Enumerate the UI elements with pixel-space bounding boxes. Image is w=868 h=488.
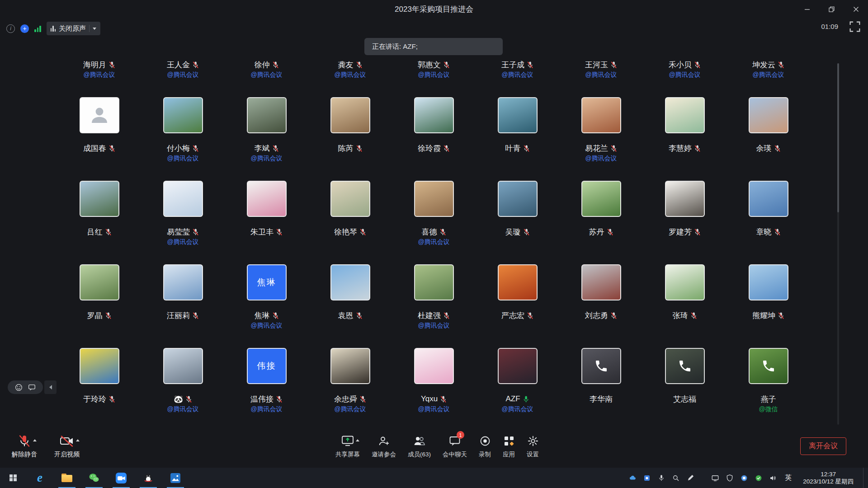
emoji-reaction-icon[interactable] <box>15 384 23 391</box>
security-shield-icon[interactable] <box>725 474 734 482</box>
unmute-button[interactable]: 解除静音 <box>12 434 37 459</box>
participant-tile[interactable]: 杜建强@腾讯会议 <box>392 264 476 348</box>
taskbar-photos-icon[interactable] <box>162 468 189 488</box>
taskbar-clock[interactable]: 12:37 2023/10/12 星期四 <box>799 471 857 485</box>
chevron-down-icon[interactable] <box>93 28 96 30</box>
participant-tile[interactable]: 成国春 <box>57 97 141 181</box>
camera-off-icon <box>60 434 74 448</box>
participant-tile[interactable]: 燕子@微信 <box>726 348 810 432</box>
taskbar-qq-icon[interactable] <box>135 468 162 488</box>
meeting-info-icon[interactable]: i <box>6 24 15 33</box>
restore-button[interactable] <box>819 0 844 18</box>
participant-tile[interactable]: 郭惠文@腾讯会议 <box>392 50 476 97</box>
participant-tile[interactable]: 王子成@腾讯会议 <box>476 50 559 97</box>
avatar-photo <box>749 264 788 300</box>
participant-tile[interactable]: 付小梅@腾讯会议 <box>141 97 225 181</box>
show-desktop-button[interactable] <box>863 468 867 488</box>
participant-tile[interactable]: 章晓 <box>726 181 810 264</box>
participant-tile[interactable]: 伟接温伟接@腾讯会议 <box>225 348 308 432</box>
tray-app-icon[interactable] <box>642 474 651 482</box>
participant-tile[interactable]: 海明月@腾讯会议 <box>57 50 141 97</box>
apps-icon <box>503 435 515 447</box>
participant-name: 余忠舜 <box>334 394 366 404</box>
input-language-indicator[interactable]: 英 <box>783 474 793 482</box>
participant-tile[interactable]: 刘志勇 <box>559 264 643 348</box>
participant-tile[interactable]: 龚友@腾讯会议 <box>308 50 392 97</box>
collapse-panel-button[interactable] <box>44 380 57 394</box>
participant-tile[interactable]: 张琦 <box>643 264 726 348</box>
participant-tile[interactable]: 陈芮 <box>308 97 392 181</box>
share-button[interactable]: 共享屏幕 <box>335 434 360 459</box>
original-sound-toggle[interactable]: 关闭原声 <box>47 22 101 35</box>
participant-tile[interactable]: 徐艳琴 <box>308 181 392 264</box>
mic-tray-icon[interactable] <box>657 474 665 482</box>
participant-tile[interactable]: 王河玉@腾讯会议 <box>559 50 643 97</box>
participant-tile[interactable]: 喜德@腾讯会议 <box>392 181 476 264</box>
participant-tile[interactable]: 李慧婷 <box>643 97 726 181</box>
participant-tile[interactable]: 易莹莹@腾讯会议 <box>141 181 225 264</box>
participant-tile[interactable]: 李华南 <box>559 348 643 432</box>
participant-tile[interactable]: 余忠舜@腾讯会议 <box>308 348 392 432</box>
volume-icon[interactable] <box>769 474 777 482</box>
participant-tile[interactable]: 熊耀坤 <box>726 264 810 348</box>
participant-tile[interactable]: 艾志福 <box>643 348 726 432</box>
taskbar-tencent-meeting-icon[interactable] <box>108 468 135 488</box>
participant-tile[interactable]: 罗建芳 <box>643 181 726 264</box>
avatar-photo <box>330 97 370 133</box>
participant-tile[interactable]: 余瑛 <box>726 97 810 181</box>
participant-tile[interactable]: 焦琳焦琳@腾讯会议 <box>225 264 308 348</box>
invite-button[interactable]: 邀请参会 <box>372 434 396 459</box>
start-video-button[interactable]: 开启视频 <box>54 434 80 459</box>
grid-scrollbar[interactable] <box>837 63 839 425</box>
taskbar-ie-icon[interactable]: e <box>26 468 53 488</box>
participant-name: 喜德 <box>422 227 446 237</box>
participant-tile[interactable]: 李斌@腾讯会议 <box>225 97 308 181</box>
taskbar-file-explorer-icon[interactable] <box>53 468 80 488</box>
chat-button[interactable]: 1会中聊天 <box>443 434 467 459</box>
participant-tile[interactable]: 易花兰@腾讯会议 <box>559 97 643 181</box>
onedrive-icon[interactable] <box>628 474 637 482</box>
pen-icon[interactable] <box>686 474 694 482</box>
share-options-caret[interactable] <box>356 439 359 441</box>
participant-tile[interactable]: 吕红 <box>57 181 141 264</box>
participant-tile[interactable]: 坤发云@腾讯会议 <box>726 50 810 97</box>
browser-icon[interactable] <box>740 474 748 482</box>
participant-tile[interactable]: 王人金@腾讯会议 <box>141 50 225 97</box>
members-button[interactable]: 成员(63) <box>408 434 431 459</box>
fullscreen-button[interactable] <box>849 21 861 33</box>
grid-scrollbar-thumb[interactable] <box>837 63 839 212</box>
record-button[interactable]: 录制 <box>479 434 491 459</box>
participant-tile[interactable]: 罗晶 <box>57 264 141 348</box>
participant-tile[interactable]: 汪丽莉 <box>141 264 225 348</box>
participant-tile[interactable]: 严志宏 <box>476 264 559 348</box>
avatar-photo <box>330 348 370 384</box>
mic-options-caret[interactable] <box>33 439 37 441</box>
antivirus-icon[interactable] <box>754 474 763 482</box>
taskbar-wechat-icon[interactable] <box>80 468 108 488</box>
participant-tile[interactable]: 苏丹 <box>559 181 643 264</box>
participant-tile[interactable]: 于玲玲 <box>57 348 141 432</box>
close-button[interactable] <box>844 0 868 18</box>
video-options-caret[interactable] <box>76 439 80 441</box>
search-icon[interactable] <box>671 474 680 482</box>
participant-tile[interactable]: 吴璇 <box>476 181 559 264</box>
platform-label: @腾讯会议 <box>752 71 784 79</box>
participant-tile[interactable]: 徐仲@腾讯会议 <box>225 50 308 97</box>
participant-tile[interactable]: Yqxu@腾讯会议 <box>392 348 476 432</box>
minimize-button[interactable] <box>795 0 819 18</box>
participant-tile[interactable]: 袁恩 <box>308 264 392 348</box>
settings-button[interactable]: 设置 <box>527 434 539 459</box>
participant-tile[interactable]: 禾小贝@腾讯会议 <box>643 50 726 97</box>
participant-tile[interactable]: AZF@腾讯会议 <box>476 348 559 432</box>
participant-tile[interactable]: 叶青 <box>476 97 559 181</box>
participant-tile[interactable]: 🐼@腾讯会议 <box>141 348 225 432</box>
network-mode-icon[interactable]: + <box>20 24 29 33</box>
participant-tile[interactable]: 徐玲霞 <box>392 97 476 181</box>
network-icon[interactable] <box>711 474 719 482</box>
participant-name: 温伟接 <box>250 394 283 404</box>
start-button[interactable] <box>0 468 26 488</box>
leave-meeting-button[interactable]: 离开会议 <box>800 437 846 455</box>
apps-button[interactable]: 应用 <box>503 434 515 459</box>
quick-chat-icon[interactable] <box>28 384 36 391</box>
participant-tile[interactable]: 朱卫丰 <box>225 181 308 264</box>
